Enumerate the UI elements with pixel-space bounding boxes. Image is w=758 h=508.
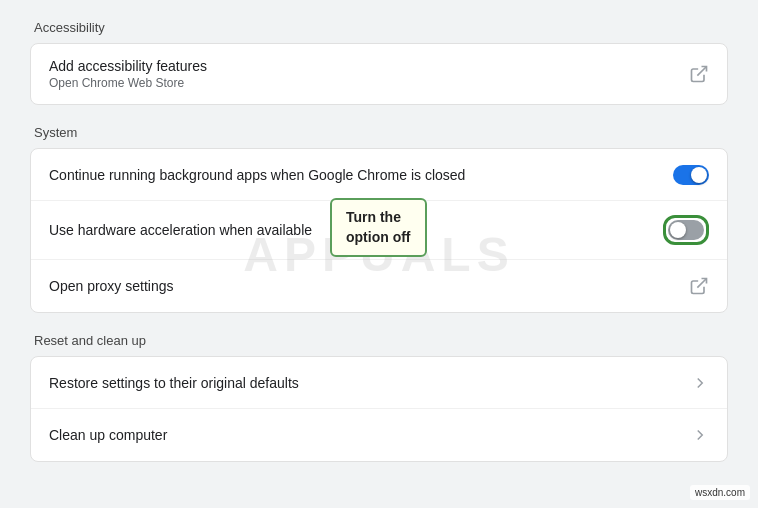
hardware-acceleration-action[interactable] [663,215,709,245]
system-section-title: System [30,125,728,140]
accessibility-label: Add accessibility features Open Chrome W… [49,58,689,90]
clean-computer-action [691,426,709,444]
clean-computer-row[interactable]: Clean up computer [31,409,727,461]
restore-settings-action [691,374,709,392]
tooltip-line1: Turn the [346,209,401,225]
svg-line-0 [697,67,706,76]
restore-settings-label: Restore settings to their original defau… [49,375,691,391]
chevron-icon-restore [691,374,709,392]
proxy-settings-row: Open proxy settings [31,260,727,312]
toggle-thumb [691,167,707,183]
svg-line-1 [697,279,706,288]
site-badge: wsxdn.com [690,485,750,500]
accessibility-section-title: Accessibility [30,20,728,35]
external-link-icon-proxy [689,276,709,296]
proxy-settings-text: Open proxy settings [49,278,689,294]
chevron-icon-clean [691,426,709,444]
reset-section-title: Reset and clean up [30,333,728,348]
accessibility-sub-text: Open Chrome Web Store [49,76,689,90]
background-apps-row: Continue running background apps when Go… [31,149,727,201]
background-apps-label: Continue running background apps when Go… [49,167,673,183]
reset-card: Restore settings to their original defau… [30,356,728,462]
toggle-track-off [668,220,704,240]
hardware-acceleration-toggle[interactable] [668,220,704,240]
background-apps-action[interactable] [673,165,709,185]
restore-settings-row[interactable]: Restore settings to their original defau… [31,357,727,409]
tooltip-line2: option off [346,229,411,245]
toggle-track-on [673,165,709,185]
accessibility-card: Add accessibility features Open Chrome W… [30,43,728,105]
toggle-thumb-off [670,222,686,238]
background-apps-text: Continue running background apps when Go… [49,167,673,183]
external-link-icon-accessibility [689,64,709,84]
clean-computer-label: Clean up computer [49,427,691,443]
accessibility-action[interactable] [689,64,709,84]
proxy-settings-action[interactable] [689,276,709,296]
clean-computer-text: Clean up computer [49,427,691,443]
restore-settings-text: Restore settings to their original defau… [49,375,691,391]
accessibility-row: Add accessibility features Open Chrome W… [31,44,727,104]
background-apps-toggle[interactable] [673,165,709,185]
tooltip-callout: Turn the option off [330,198,427,257]
toggle-highlight [663,215,709,245]
proxy-settings-label: Open proxy settings [49,278,689,294]
accessibility-main-text: Add accessibility features [49,58,689,74]
